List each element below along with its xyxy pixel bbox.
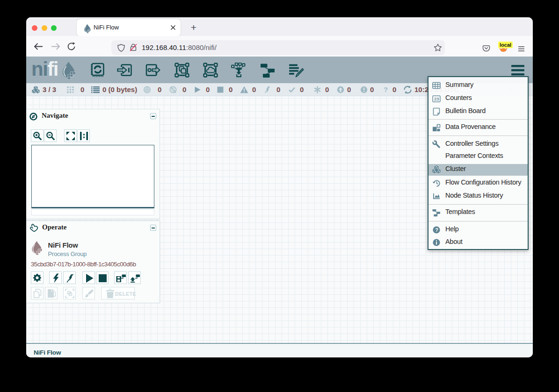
- svg-text:23: 23: [434, 96, 439, 101]
- svg-text:?: ?: [435, 227, 438, 233]
